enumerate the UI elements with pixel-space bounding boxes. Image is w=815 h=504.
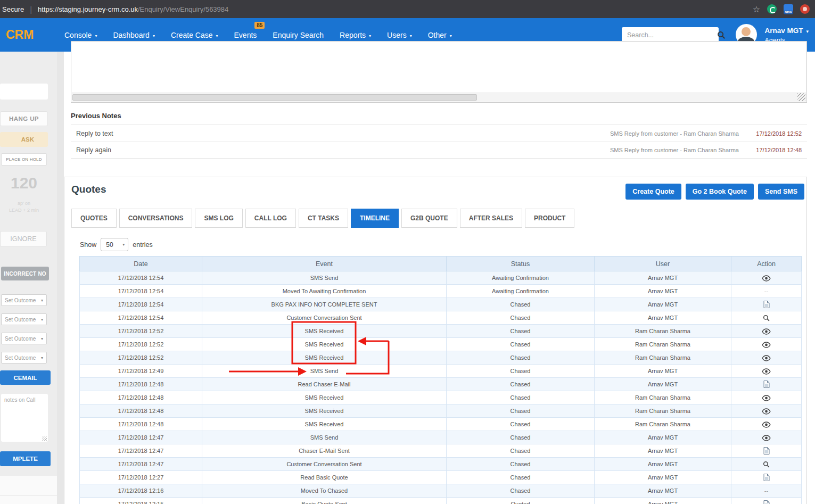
set-outcome-value: Set Outcome xyxy=(5,317,36,323)
eye-icon[interactable] xyxy=(762,328,771,335)
search-input[interactable] xyxy=(622,27,717,43)
eye-icon[interactable] xyxy=(762,422,771,428)
set-outcome-select[interactable]: Set Outcome▾ xyxy=(1,333,47,344)
table-row: 17/12/2018 12:47Chaser E-Mail SentChased… xyxy=(80,444,802,458)
note-row: Reply to textSMS Reply from customer - R… xyxy=(71,125,807,142)
event-cell: BKG PAX INFO NOT COMPLETE SENT xyxy=(202,298,447,311)
action-cell xyxy=(731,471,802,484)
extension-blue-icon[interactable]: NEW xyxy=(784,4,793,14)
no-action-dash: -- xyxy=(764,288,768,294)
call-notes-textarea[interactable]: notes on Call xyxy=(1,394,48,442)
action-cell xyxy=(731,458,802,471)
set-outcome-select[interactable]: Set Outcome▾ xyxy=(1,294,47,306)
call-timer: 120 xyxy=(0,174,48,192)
tab-g2b-quote[interactable]: G2B QUOTE xyxy=(401,209,457,228)
tab-quotes[interactable]: QUOTES xyxy=(71,209,117,228)
resize-grip-icon[interactable] xyxy=(42,436,47,441)
send-sms-button[interactable]: Send SMS xyxy=(758,184,804,200)
file-icon[interactable] xyxy=(763,301,770,308)
extension-red-icon[interactable] xyxy=(800,4,810,14)
tab-after-sales[interactable]: AFTER SALES xyxy=(460,209,522,228)
file-icon[interactable] xyxy=(763,447,770,455)
set-outcome-value: Set Outcome xyxy=(5,355,36,361)
tab-call-log[interactable]: CALL LOG xyxy=(245,209,296,228)
nav-item-label: Reports xyxy=(340,31,366,39)
date-cell: 17/12/2018 12:27 xyxy=(80,471,202,484)
event-cell: SMS Received xyxy=(202,391,447,404)
search-icon[interactable] xyxy=(717,31,726,39)
user-cell: Arnav MGT xyxy=(595,271,731,285)
eye-icon[interactable] xyxy=(762,395,771,401)
eye-icon[interactable] xyxy=(762,342,771,348)
status-cell: Chased xyxy=(447,351,595,365)
set-outcome-select[interactable]: Set Outcome▾ xyxy=(1,313,47,325)
voicemail-button[interactable]: CEMAIL xyxy=(0,370,51,385)
eye-icon[interactable] xyxy=(762,355,771,361)
date-cell: 17/12/2018 12:54 xyxy=(80,271,202,285)
nav-item-label: Users xyxy=(387,31,407,39)
tab-product[interactable]: PRODUCT xyxy=(525,209,574,228)
date-cell: 17/12/2018 12:54 xyxy=(80,311,202,325)
status-cell: Chased xyxy=(447,391,595,404)
status-cell: Awaiting Confirmation xyxy=(447,271,595,285)
event-cell: SMS Received xyxy=(202,351,447,365)
eye-icon[interactable] xyxy=(762,275,771,282)
incorrect-no-button[interactable]: INCORRECT NO xyxy=(1,267,49,280)
chevron-down-icon: ▾ xyxy=(369,34,371,38)
date-cell: 17/12/2018 12:52 xyxy=(80,351,202,365)
bookmark-star-icon[interactable]: ☆ xyxy=(753,4,760,14)
secure-label: Secure xyxy=(2,5,24,13)
date-cell: 17/12/2018 12:49 xyxy=(80,365,202,378)
chevron-down-icon: ▾ xyxy=(450,34,452,38)
tab-ct-tasks[interactable]: CT TASKS xyxy=(299,209,348,228)
note-source: SMS Reply from customer - Ram Charan Sha… xyxy=(610,147,739,153)
date-cell: 17/12/2018 12:47 xyxy=(80,458,202,471)
event-cell: SMS Send xyxy=(202,431,447,444)
crm-logo[interactable]: CRM xyxy=(6,28,56,42)
status-cell: Chased xyxy=(447,484,595,498)
complete-button[interactable]: MPLETE xyxy=(0,451,51,466)
notes-editor-box[interactable] xyxy=(71,41,807,103)
tab-timeline[interactable]: TIMELINE xyxy=(351,209,399,228)
search-icon[interactable] xyxy=(763,315,770,321)
ignore-button[interactable]: IGNORE xyxy=(0,231,47,247)
date-cell: 17/12/2018 12:48 xyxy=(80,378,202,391)
search-icon[interactable] xyxy=(763,461,770,468)
table-row: 17/12/2018 12:54SMS SendAwaiting Confirm… xyxy=(80,271,802,285)
quotes-title: Quotes xyxy=(71,184,106,195)
user-cell: Arnav MGT xyxy=(595,298,731,311)
event-cell: SMS Received xyxy=(202,418,447,431)
scrollbar-thumb[interactable] xyxy=(72,94,477,101)
table-row: 17/12/2018 12:16Moved To ChasedChasedArn… xyxy=(80,484,802,498)
extension-green-icon[interactable] xyxy=(767,4,777,14)
table-row: 17/12/2018 12:54BKG PAX INFO NOT COMPLET… xyxy=(80,298,802,311)
browser-address-bar[interactable]: Secure | https://staging.journey-crm.co.… xyxy=(0,0,815,18)
go-2-book-quote-button[interactable]: Go 2 Book Quote xyxy=(686,184,754,200)
create-quote-button[interactable]: Create Quote xyxy=(625,184,681,200)
tab-conversations[interactable]: CONVERSATIONS xyxy=(119,209,193,228)
task-button[interactable]: ASK xyxy=(0,132,48,147)
hang-up-button[interactable]: HANG UP xyxy=(0,111,48,126)
date-cell: 17/12/2018 12:52 xyxy=(80,325,202,338)
page-size-select[interactable]: 50 ▾ xyxy=(101,238,128,251)
eye-icon[interactable] xyxy=(762,408,771,415)
eye-icon[interactable] xyxy=(762,368,771,375)
eye-icon[interactable] xyxy=(762,435,771,441)
search-box[interactable] xyxy=(622,27,719,43)
resize-grip-icon[interactable] xyxy=(797,93,805,101)
table-row: 17/12/2018 12:27Read Basic QuoteChasedAr… xyxy=(80,471,802,484)
user-cell: Arnav MGT xyxy=(595,471,731,484)
action-cell: -- xyxy=(731,484,802,498)
file-icon[interactable] xyxy=(763,381,770,388)
tab-sms-log[interactable]: SMS LOG xyxy=(195,209,242,228)
horizontal-scrollbar[interactable] xyxy=(72,93,806,102)
note-date: 17/12/2018 12:48 xyxy=(746,147,802,153)
file-icon[interactable] xyxy=(763,500,770,504)
table-row: 17/12/2018 12:47SMS SendChasedArnav MGT xyxy=(80,431,802,444)
timeline-table: DateEventStatusUserAction 17/12/2018 12:… xyxy=(79,256,802,504)
file-icon[interactable] xyxy=(763,474,770,481)
status-cell: Chased xyxy=(447,431,595,444)
status-cell: Chased xyxy=(447,458,595,471)
place-on-hold-button[interactable]: PLACE ON HOLD xyxy=(1,153,47,166)
set-outcome-select[interactable]: Set Outcome▾ xyxy=(1,352,47,363)
